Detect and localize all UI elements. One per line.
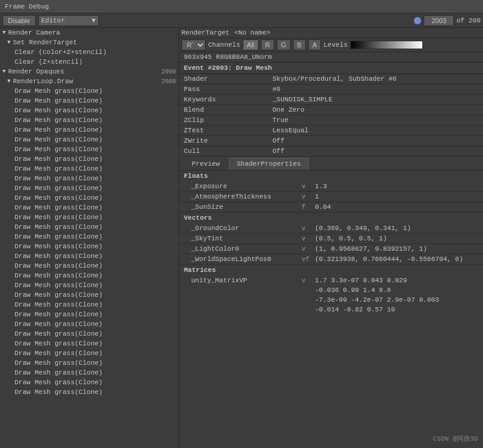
tree-item[interactable]: ▼Render Opaques2000: [0, 67, 178, 76]
frame-indicator-icon: [414, 17, 421, 24]
tree-item[interactable]: ▼Set RenderTarget: [0, 38, 178, 47]
rt-select[interactable]: RT 0: [181, 39, 206, 50]
tree-item-label-text: Draw Mesh grass(Clone): [15, 253, 103, 260]
pass-value: #0: [270, 84, 483, 94]
tree-item-label-text: Draw Mesh grass(Clone): [15, 262, 103, 270]
tree-item[interactable]: Draw Mesh grass(Clone): [0, 154, 178, 164]
vector-type: v: [300, 234, 312, 243]
tree-item[interactable]: Draw Mesh grass(Clone): [0, 387, 178, 397]
float-type: v: [300, 192, 312, 202]
tree-item[interactable]: Draw Mesh grass(Clone): [0, 348, 178, 358]
matrix-type: v: [300, 276, 312, 285]
tree-item-label-text: Draw Mesh grass(Clone): [15, 369, 103, 376]
channel-r-button[interactable]: R: [261, 39, 274, 50]
tree-item[interactable]: Draw Mesh grass(Clone): [0, 96, 178, 106]
blend-value: One Zero: [270, 105, 483, 115]
zclip-value: True: [270, 115, 483, 125]
tree-item[interactable]: Draw Mesh grass(Clone): [0, 232, 178, 242]
tree-item[interactable]: Clear (color+Z+stencil): [0, 47, 178, 57]
tree-item[interactable]: Draw Mesh grass(Clone): [0, 106, 178, 115]
tree-item-label-text: Draw Mesh grass(Clone): [15, 340, 103, 347]
tree-arrow-icon: ▼: [2, 69, 5, 75]
matrix-type-empty: [300, 295, 312, 305]
tree-item[interactable]: Draw Mesh grass(Clone): [0, 280, 178, 290]
tree-item[interactable]: Draw Mesh grass(Clone): [0, 144, 178, 154]
float-name: _Exposure: [179, 182, 300, 191]
toolbar: Disable Editor ▼ of 200: [0, 13, 483, 28]
shader-label: Shader: [179, 74, 270, 84]
float-name: _SunSize: [179, 202, 300, 212]
zwrite-label: ZWrite: [179, 136, 270, 146]
tree-item-label-text: Draw Mesh grass(Clone): [15, 291, 103, 299]
matrix-name-empty: [179, 295, 300, 305]
tree-item-label-text: Render Camera: [8, 29, 60, 36]
tree-item[interactable]: ▼RenderLoop.Draw2000: [0, 76, 178, 86]
tree-item[interactable]: Draw Mesh grass(Clone): [0, 368, 178, 378]
tree-item[interactable]: Draw Mesh grass(Clone): [0, 290, 178, 300]
tree-item[interactable]: Draw Mesh grass(Clone): [0, 174, 178, 183]
tree-item[interactable]: Draw Mesh grass(Clone): [0, 164, 178, 174]
tree-item[interactable]: Draw Mesh grass(Clone): [0, 135, 178, 144]
tree-item[interactable]: Draw Mesh grass(Clone): [0, 319, 178, 329]
pass-label: Pass: [179, 84, 270, 94]
tree-item-label-text: Draw Mesh grass(Clone): [15, 311, 103, 318]
tree-item[interactable]: Draw Mesh grass(Clone): [0, 329, 178, 339]
vector-row: _LightColor0 v (1, 0.9568627, 0.8392157,…: [179, 244, 483, 254]
section-vectors-header: Vectors: [179, 212, 483, 223]
matrix-row: -7.3e-09 -4.2e-07 2.9e-07 0.003: [179, 295, 483, 305]
channel-all-button[interactable]: All: [243, 39, 258, 50]
tab-shader-properties[interactable]: ShaderProperties: [229, 158, 309, 170]
channel-g-button[interactable]: G: [277, 39, 291, 50]
tree-item[interactable]: Draw Mesh grass(Clone): [0, 358, 178, 368]
tree-item-label-text: Draw Mesh grass(Clone): [15, 155, 103, 163]
matrix-value: -0.036 0.99 1.4 8.6: [312, 285, 483, 295]
tree-item[interactable]: Clear (Z+stencil): [0, 57, 178, 67]
matrices-container: unity_MatrixVP v 1.7 3.3e-07 0.043 0.029…: [179, 276, 483, 314]
tree-item[interactable]: Draw Mesh grass(Clone): [0, 125, 178, 135]
tree-item[interactable]: Draw Mesh grass(Clone): [0, 310, 178, 319]
editor-label: Editor: [41, 17, 66, 24]
disable-button[interactable]: Disable: [2, 15, 36, 26]
vector-name: _GroundColor: [179, 223, 300, 233]
tree-item-label-text: Draw Mesh grass(Clone): [15, 136, 103, 143]
tree-item-label-text: Draw Mesh grass(Clone): [15, 272, 103, 279]
tree-item[interactable]: Draw Mesh grass(Clone): [0, 203, 178, 212]
levels-visual: [350, 41, 423, 49]
tree-item[interactable]: Draw Mesh grass(Clone): [0, 212, 178, 222]
tree-item-label-text: Draw Mesh grass(Clone): [15, 87, 103, 95]
tree-item[interactable]: Draw Mesh grass(Clone): [0, 261, 178, 271]
tree-item[interactable]: Draw Mesh grass(Clone): [0, 86, 178, 96]
main-container: ▼Render Camera▼Set RenderTargetClear (co…: [0, 28, 483, 448]
float-name: _AtmosphereThickness: [179, 192, 300, 202]
vector-name: _LightColor0: [179, 244, 300, 254]
channel-a-button[interactable]: A: [308, 39, 321, 50]
ztest-label: ZTest: [179, 126, 270, 135]
ztest-value: LessEqual: [270, 126, 483, 135]
tree-item[interactable]: Draw Mesh grass(Clone): [0, 183, 178, 193]
cull-value: Off: [270, 146, 483, 156]
tree-item[interactable]: Draw Mesh grass(Clone): [0, 378, 178, 387]
tree-arrow-icon: ▼: [7, 78, 10, 84]
tree-item-label-text: Draw Mesh grass(Clone): [15, 185, 103, 192]
tree-item[interactable]: Draw Mesh grass(Clone): [0, 222, 178, 232]
tree-item[interactable]: ▼Render Camera: [0, 28, 178, 38]
editor-dropdown[interactable]: Editor ▼: [38, 15, 99, 26]
matrix-row: -0.014 -0.82 0.57 10: [179, 305, 483, 314]
float-type: v: [300, 182, 312, 191]
matrix-value: 1.7 3.3e-07 0.043 0.029: [312, 276, 483, 285]
float-value: 0.04: [312, 202, 483, 212]
tab-preview[interactable]: Preview: [184, 158, 228, 170]
frame-number-input[interactable]: [424, 15, 454, 26]
ztest-row: ZTest LessEqual: [179, 126, 483, 136]
tree-item[interactable]: Draw Mesh grass(Clone): [0, 251, 178, 261]
tree-item[interactable]: Draw Mesh grass(Clone): [0, 300, 178, 310]
channel-b-button[interactable]: B: [293, 39, 306, 50]
float-type: f: [300, 202, 312, 212]
vectors-container: _GroundColor v (0.369, 0.349, 0.341, 1) …: [179, 223, 483, 265]
tree-item[interactable]: Draw Mesh grass(Clone): [0, 242, 178, 251]
tree-item[interactable]: Draw Mesh grass(Clone): [0, 271, 178, 280]
dropdown-arrow-icon: ▼: [92, 17, 96, 24]
tree-item[interactable]: Draw Mesh grass(Clone): [0, 193, 178, 203]
tree-item[interactable]: Draw Mesh grass(Clone): [0, 115, 178, 125]
tree-item[interactable]: Draw Mesh grass(Clone): [0, 339, 178, 348]
